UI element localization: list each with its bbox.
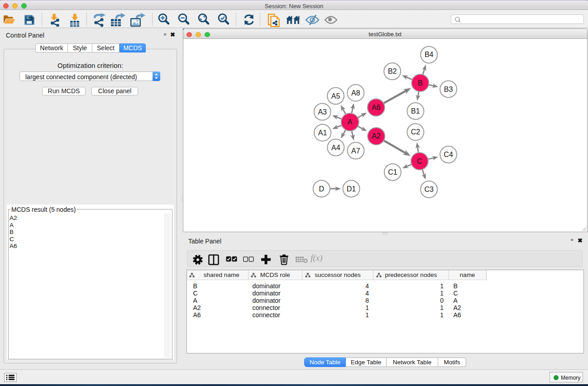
svg-text:B1: B1 [411,107,420,115]
svg-text:A: A [347,118,352,126]
svg-text:D1: D1 [346,185,356,193]
svg-text:A6: A6 [372,104,381,111]
svg-text:A8: A8 [351,89,360,97]
svg-text:D: D [319,185,324,193]
svg-text:A3: A3 [318,108,327,116]
svg-text:B3: B3 [444,86,453,93]
svg-text:C3: C3 [424,186,434,193]
svg-text:C2: C2 [411,128,420,136]
svg-text:A7: A7 [351,147,360,155]
svg-text:C1: C1 [388,168,397,176]
svg-text:B: B [417,79,422,87]
svg-text:B4: B4 [424,51,433,58]
svg-text:A1: A1 [318,129,327,137]
svg-text:A4: A4 [331,144,340,152]
svg-text:C: C [417,157,422,165]
svg-text:C4: C4 [444,151,453,158]
svg-text:A2: A2 [372,132,381,140]
svg-text:A5: A5 [331,92,340,100]
svg-text:B2: B2 [387,67,397,75]
